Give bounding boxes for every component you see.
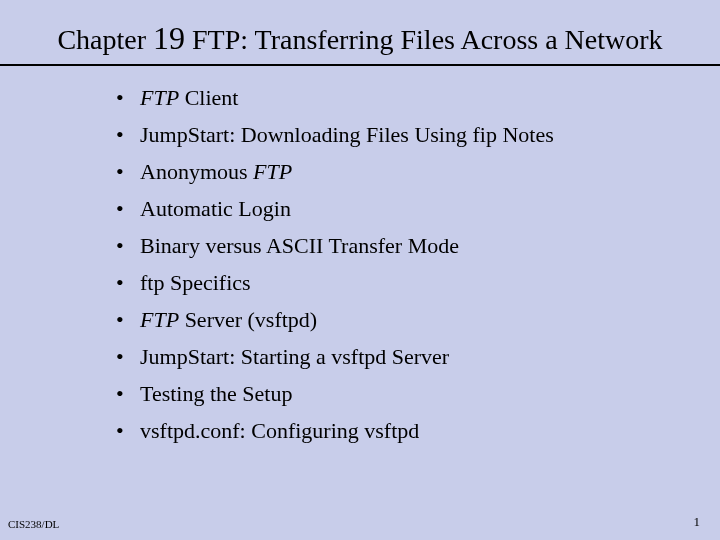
slide-container: Chapter 19 FTP: Transferring Files Acros… — [0, 0, 720, 540]
bullet-list: FTP Client JumpStart: Downloading Files … — [40, 80, 680, 450]
chapter-number: 19 — [153, 20, 185, 56]
list-item: JumpStart: Downloading Files Using fip N… — [140, 117, 680, 154]
footer-course-code: CIS238/DL — [8, 518, 59, 530]
title-divider — [0, 64, 720, 66]
footer-page-number: 1 — [694, 514, 701, 530]
list-item: JumpStart: Starting a vsftpd Server — [140, 339, 680, 376]
list-item: Binary versus ASCII Transfer Mode — [140, 228, 680, 265]
list-item: vsftpd.conf: Configuring vsftpd — [140, 413, 680, 450]
title-rest: FTP: Transferring Files Across a Network — [185, 24, 663, 55]
list-item: Automatic Login — [140, 191, 680, 228]
list-item: Anonymous FTP — [140, 154, 680, 191]
list-item: Testing the Setup — [140, 376, 680, 413]
title-prefix: Chapter — [57, 24, 153, 55]
list-item: ftp Specifics — [140, 265, 680, 302]
list-item: FTP Client — [140, 80, 680, 117]
slide-title: Chapter 19 FTP: Transferring Files Acros… — [40, 18, 680, 58]
list-item: FTP Server (vsftpd) — [140, 302, 680, 339]
